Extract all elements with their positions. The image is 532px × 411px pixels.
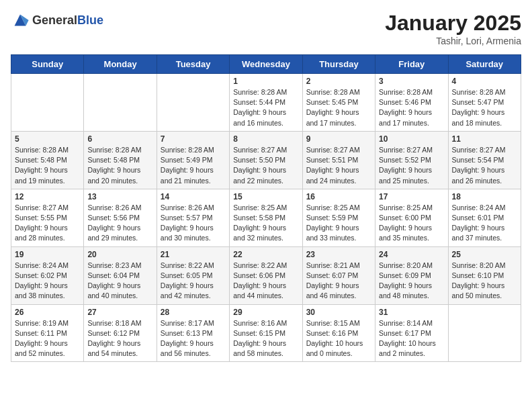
calendar-cell: 5Sunrise: 8:28 AM Sunset: 5:48 PM Daylig… [11, 131, 84, 189]
day-number: 31 [379, 308, 444, 317]
day-number: 17 [379, 192, 444, 201]
calendar-cell: 28Sunrise: 8:17 AM Sunset: 6:13 PM Dayli… [157, 304, 229, 362]
day-info: Sunrise: 8:28 AM Sunset: 5:48 PM Dayligh… [15, 145, 80, 186]
weekday-header: Friday [375, 55, 448, 74]
day-info: Sunrise: 8:18 AM Sunset: 6:12 PM Dayligh… [87, 318, 152, 359]
weekday-header: Tuesday [157, 55, 229, 74]
day-info: Sunrise: 8:24 AM Sunset: 6:01 PM Dayligh… [452, 203, 517, 244]
day-info: Sunrise: 8:28 AM Sunset: 5:46 PM Dayligh… [379, 87, 444, 128]
day-info: Sunrise: 8:24 AM Sunset: 6:02 PM Dayligh… [15, 261, 80, 302]
day-info: Sunrise: 8:27 AM Sunset: 5:51 PM Dayligh… [306, 145, 371, 186]
day-info: Sunrise: 8:28 AM Sunset: 5:48 PM Dayligh… [87, 145, 152, 186]
day-number: 24 [379, 250, 444, 259]
calendar-cell [84, 74, 157, 132]
day-number: 13 [87, 192, 152, 201]
day-info: Sunrise: 8:28 AM Sunset: 5:45 PM Dayligh… [306, 87, 371, 128]
day-info: Sunrise: 8:22 AM Sunset: 6:06 PM Dayligh… [233, 261, 298, 302]
day-number: 8 [233, 134, 298, 144]
calendar-cell: 20Sunrise: 8:23 AM Sunset: 6:04 PM Dayli… [84, 246, 157, 304]
day-info: Sunrise: 8:17 AM Sunset: 6:13 PM Dayligh… [161, 318, 226, 359]
day-number: 10 [379, 134, 444, 144]
day-info: Sunrise: 8:20 AM Sunset: 6:09 PM Dayligh… [379, 261, 444, 302]
day-info: Sunrise: 8:22 AM Sunset: 6:05 PM Dayligh… [161, 261, 226, 302]
day-info: Sunrise: 8:28 AM Sunset: 5:44 PM Dayligh… [233, 87, 298, 128]
calendar-cell: 23Sunrise: 8:21 AM Sunset: 6:07 PM Dayli… [302, 246, 375, 304]
day-info: Sunrise: 8:26 AM Sunset: 5:56 PM Dayligh… [87, 203, 152, 244]
calendar-cell: 10Sunrise: 8:27 AM Sunset: 5:52 PM Dayli… [375, 131, 448, 189]
day-info: Sunrise: 8:28 AM Sunset: 5:47 PM Dayligh… [452, 87, 517, 128]
calendar-cell [11, 74, 84, 132]
logo-general-text: General [32, 13, 77, 27]
day-info: Sunrise: 8:15 AM Sunset: 6:16 PM Dayligh… [306, 318, 371, 359]
day-number: 21 [161, 250, 226, 259]
day-number: 5 [15, 134, 80, 144]
calendar-week-row: 1Sunrise: 8:28 AM Sunset: 5:44 PM Daylig… [11, 74, 521, 132]
logo-wordmark: GeneralBlue [32, 13, 103, 28]
calendar-cell: 8Sunrise: 8:27 AM Sunset: 5:50 PM Daylig… [230, 131, 302, 189]
day-info: Sunrise: 8:19 AM Sunset: 6:11 PM Dayligh… [15, 318, 80, 359]
day-number: 25 [452, 250, 517, 259]
calendar-cell [157, 74, 229, 132]
day-number: 11 [452, 134, 517, 144]
calendar-cell [448, 304, 521, 362]
calendar-cell: 30Sunrise: 8:15 AM Sunset: 6:16 PM Dayli… [302, 304, 375, 362]
day-number: 12 [15, 192, 80, 201]
calendar-cell: 16Sunrise: 8:25 AM Sunset: 5:59 PM Dayli… [302, 189, 375, 246]
day-number: 26 [15, 308, 80, 317]
calendar-cell: 3Sunrise: 8:28 AM Sunset: 5:46 PM Daylig… [375, 74, 448, 132]
calendar-cell: 9Sunrise: 8:27 AM Sunset: 5:51 PM Daylig… [302, 131, 375, 189]
calendar-cell: 21Sunrise: 8:22 AM Sunset: 6:05 PM Dayli… [157, 246, 229, 304]
day-info: Sunrise: 8:27 AM Sunset: 5:50 PM Dayligh… [233, 145, 298, 186]
calendar-cell: 13Sunrise: 8:26 AM Sunset: 5:56 PM Dayli… [84, 189, 157, 246]
month-title: January 2025 [385, 11, 521, 36]
day-number: 6 [87, 134, 152, 144]
day-info: Sunrise: 8:25 AM Sunset: 6:00 PM Dayligh… [379, 203, 444, 244]
day-number: 9 [306, 134, 371, 144]
day-number: 19 [15, 250, 80, 259]
calendar-cell: 19Sunrise: 8:24 AM Sunset: 6:02 PM Dayli… [11, 246, 84, 304]
day-number: 7 [161, 134, 226, 144]
calendar-cell: 14Sunrise: 8:26 AM Sunset: 5:57 PM Dayli… [157, 189, 229, 246]
page-header: GeneralBlue January 2025 Tashir, Lori, A… [11, 11, 521, 46]
day-number: 30 [306, 308, 371, 317]
day-number: 3 [379, 77, 444, 86]
day-info: Sunrise: 8:27 AM Sunset: 5:52 PM Dayligh… [379, 145, 444, 186]
calendar-cell: 24Sunrise: 8:20 AM Sunset: 6:09 PM Dayli… [375, 246, 448, 304]
day-info: Sunrise: 8:27 AM Sunset: 5:54 PM Dayligh… [452, 145, 517, 186]
day-info: Sunrise: 8:20 AM Sunset: 6:10 PM Dayligh… [452, 261, 517, 302]
day-number: 20 [87, 250, 152, 259]
calendar-header-row: SundayMondayTuesdayWednesdayThursdayFrid… [11, 55, 521, 74]
day-number: 23 [306, 250, 371, 259]
calendar-cell: 6Sunrise: 8:28 AM Sunset: 5:48 PM Daylig… [84, 131, 157, 189]
weekday-header: Sunday [11, 55, 84, 74]
calendar-cell: 26Sunrise: 8:19 AM Sunset: 6:11 PM Dayli… [11, 304, 84, 362]
day-info: Sunrise: 8:14 AM Sunset: 6:17 PM Dayligh… [379, 318, 444, 359]
calendar-table: SundayMondayTuesdayWednesdayThursdayFrid… [11, 54, 521, 362]
day-number: 14 [161, 192, 226, 201]
calendar-cell: 22Sunrise: 8:22 AM Sunset: 6:06 PM Dayli… [230, 246, 302, 304]
weekday-header: Saturday [448, 55, 521, 74]
day-number: 28 [161, 308, 226, 317]
day-info: Sunrise: 8:23 AM Sunset: 6:04 PM Dayligh… [87, 261, 152, 302]
day-info: Sunrise: 8:21 AM Sunset: 6:07 PM Dayligh… [306, 261, 371, 302]
calendar-cell: 11Sunrise: 8:27 AM Sunset: 5:54 PM Dayli… [448, 131, 521, 189]
day-number: 16 [306, 192, 371, 201]
calendar-week-row: 26Sunrise: 8:19 AM Sunset: 6:11 PM Dayli… [11, 304, 521, 362]
weekday-header: Thursday [302, 55, 375, 74]
day-number: 2 [306, 77, 371, 86]
calendar-cell: 7Sunrise: 8:28 AM Sunset: 5:49 PM Daylig… [157, 131, 229, 189]
day-number: 1 [233, 77, 298, 86]
weekday-header: Monday [84, 55, 157, 74]
calendar-week-row: 5Sunrise: 8:28 AM Sunset: 5:48 PM Daylig… [11, 131, 521, 189]
day-info: Sunrise: 8:16 AM Sunset: 6:15 PM Dayligh… [233, 318, 298, 359]
calendar-cell: 4Sunrise: 8:28 AM Sunset: 5:47 PM Daylig… [448, 74, 521, 132]
calendar-cell: 1Sunrise: 8:28 AM Sunset: 5:44 PM Daylig… [230, 74, 302, 132]
day-number: 18 [452, 192, 517, 201]
day-info: Sunrise: 8:28 AM Sunset: 5:49 PM Dayligh… [161, 145, 226, 186]
calendar-cell: 17Sunrise: 8:25 AM Sunset: 6:00 PM Dayli… [375, 189, 448, 246]
calendar-cell: 18Sunrise: 8:24 AM Sunset: 6:01 PM Dayli… [448, 189, 521, 246]
day-info: Sunrise: 8:25 AM Sunset: 5:59 PM Dayligh… [306, 203, 371, 244]
day-info: Sunrise: 8:26 AM Sunset: 5:57 PM Dayligh… [161, 203, 226, 244]
day-info: Sunrise: 8:25 AM Sunset: 5:58 PM Dayligh… [233, 203, 298, 244]
day-number: 22 [233, 250, 298, 259]
